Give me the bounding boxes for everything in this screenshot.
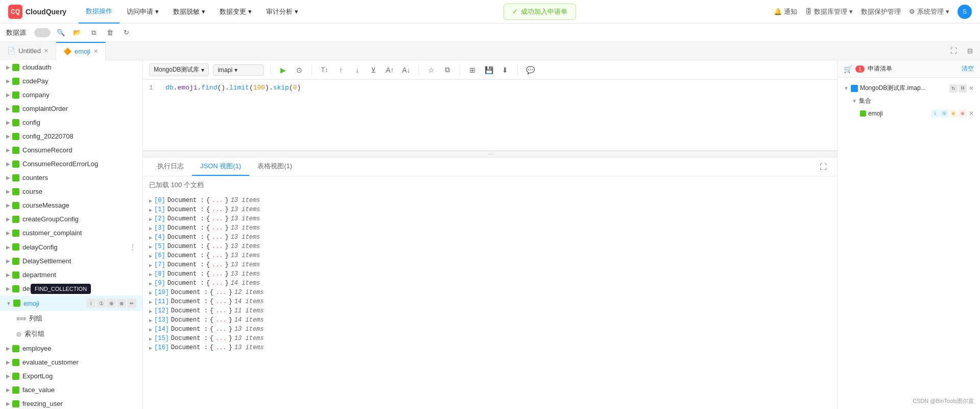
sidebar-item-delaysettlement[interactable]: ▶ DelaySettlement [0,254,142,268]
stop-icon[interactable]: ⊙ [293,64,305,76]
close-emoji-icon[interactable]: ✕ [969,110,974,117]
sidebar-item-department[interactable]: ▶ department [0,268,142,282]
datasource-toggle[interactable] [34,28,51,37]
action-more[interactable]: ✏ [127,299,136,308]
action-copy-right[interactable]: ⧉ [959,84,967,93]
sidebar-item-cloudauth[interactable]: ▶ cloudauth [0,60,142,74]
action-1-right[interactable]: ① [940,109,948,118]
result-expand-arrow[interactable]: ▶ [149,244,152,250]
sort-asc-icon[interactable]: ↑ [334,64,347,76]
search-icon-btn[interactable]: 🔍 [55,27,67,39]
download-icon[interactable]: ⬇ [499,64,511,76]
result-expand-arrow[interactable]: ▶ [149,262,152,268]
editor-area[interactable]: 1 db.emoji.find().limit(100).skip(0) [143,80,837,151]
sidebar-item-coursemessage[interactable]: ▶ courseMessage [0,198,142,212]
results-content[interactable]: ▶ [0] Document : { ... } 13 items ▶ [1] … [143,194,837,409]
sidebar-item-course[interactable]: ▶ course [0,185,142,198]
nav-item-desensitize[interactable]: 数据脱敏 ▾ [166,0,212,24]
nav-data-protect[interactable]: 数据保护管理 [861,7,901,16]
tab-emoji[interactable]: 🔶 emoji ✕ [56,42,106,60]
tab-exec-log[interactable]: 执行日志 [149,157,192,176]
result-row[interactable]: ▶ [13] Document : { ... } 14 items [149,315,831,325]
resize-handle[interactable]: ⋯ [143,151,837,157]
collection-selector[interactable]: imapi ▾ [213,64,264,76]
result-row[interactable]: ▶ [9] Document : { ... } 14 items [149,279,831,288]
add-icon-btn[interactable]: 📂 [71,27,83,39]
sidebar-item-evaluate[interactable]: ▶ evaluate_customer [0,355,142,369]
result-expand-arrow[interactable]: ▶ [149,235,152,241]
sidebar-item-consumerecorderrorlog[interactable]: ▶ ConsumeRecordErrorLog [0,157,142,171]
sidebar-item-config2022[interactable]: ▶ config_20220708 [0,129,142,143]
result-expand-arrow[interactable]: ▶ [149,207,152,213]
star-icon[interactable]: ☆ [425,64,437,76]
run-icon[interactable]: ▶ [277,64,289,76]
result-row[interactable]: ▶ [7] Document : { ... } 13 items [149,260,831,269]
action-plus-right[interactable]: ⊕ [949,109,958,118]
sidebar-item-index-group[interactable]: ◎ 索引组 [0,326,142,342]
sidebar-item-exportlog[interactable]: ▶ ExportLog [0,369,142,383]
result-expand-arrow[interactable]: ▶ [149,299,152,305]
sidebar-item-customer-complaint[interactable]: ▶ customer_complaint [0,226,142,240]
result-expand-arrow[interactable]: ▶ [149,290,152,296]
sidebar-item-employee[interactable]: ▶ employee [0,342,142,355]
table-icon[interactable]: ⊞ [466,64,479,76]
result-expand-arrow[interactable]: ▶ [149,271,152,278]
sidebar-item-describeverify[interactable]: ▶ describeVerify... FIND_COLLECTION [0,282,142,296]
copy-code-icon[interactable]: ⧉ [441,64,453,76]
sidebar-item-emoji[interactable]: ▼ emoji i ① ⊕ ⊗ ✏ [0,296,142,311]
sidebar-item-counters[interactable]: ▶ counters [0,171,142,185]
result-row[interactable]: ▶ [11] Document : { ... } 14 items [149,297,831,306]
sidebar-item-codepay[interactable]: ▶ codePay [0,74,142,88]
result-expand-arrow[interactable]: ▶ [149,225,152,232]
save-icon[interactable]: 💾 [483,64,495,76]
result-row[interactable]: ▶ [3] Document : { ... } 13 items [149,223,831,233]
sidebar-item-list-group[interactable]: ≡≡≡ 列组 [0,311,142,326]
result-row[interactable]: ▶ [16] Document : { ... } 13 items [149,343,831,352]
sort-desc-icon[interactable]: ↓ [351,64,363,76]
right-tree-collection-group[interactable]: ▼ 集合 [838,95,980,107]
result-expand-arrow[interactable]: ▶ [149,317,152,324]
tab-table-view[interactable]: 表格视图(1) [249,157,300,176]
tab-untitled[interactable]: 📄 Untitled ✕ [0,42,56,60]
right-tree-emoji[interactable]: emoji i ① ⊕ ⊗ ✕ [838,107,980,120]
sidebar-item-config[interactable]: ▶ config [0,116,142,129]
result-expand-arrow[interactable]: ▶ [149,281,152,287]
more-icon[interactable]: ⋮ [129,243,136,251]
action-find[interactable]: ① [97,299,106,308]
sidebar-item-company[interactable]: ▶ company [0,88,142,102]
action-info-right[interactable]: i [931,109,939,118]
result-row[interactable]: ▶ [1] Document : { ... } 13 items [149,205,831,214]
result-row[interactable]: ▶ [8] Document : { ... } 13 items [149,269,831,279]
delete-icon-btn[interactable]: 🗑 [104,27,116,39]
tab-untitled-close[interactable]: ✕ [44,48,49,54]
result-expand-arrow[interactable]: ▶ [149,253,152,259]
layout-icon[interactable]: ⊟ [964,45,976,57]
result-expand-arrow[interactable]: ▶ [149,308,152,314]
action-x-right[interactable]: ⊗ [959,109,967,118]
comment-icon[interactable]: 💬 [524,64,536,76]
action-delete[interactable]: ⊗ [117,299,126,308]
format-icon[interactable]: T↕ [318,64,330,76]
action-info[interactable]: i [86,299,95,308]
result-row[interactable]: ▶ [2] Document : { ... } 13 items [149,214,831,223]
tab-json-view[interactable]: JSON 视图(1) [192,157,249,176]
sidebar-item-creategroupconfig[interactable]: ▶ createGroupConfig [0,212,142,226]
expand-editor-icon[interactable]: ⛶ [947,45,960,57]
result-expand-arrow[interactable]: ▶ [149,345,152,351]
result-row[interactable]: ▶ [4] Document : { ... } 13 items [149,233,831,242]
copy-icon-btn[interactable]: ⧉ [87,27,100,39]
expand-results-icon[interactable]: ⛶ [816,161,831,173]
sidebar-item-facevalue[interactable]: ▶ face_value [0,383,142,397]
nav-item-data-change[interactable]: 数据变更 ▾ [212,0,259,24]
sidebar-item-delayconfig[interactable]: ▶ delayConfig ⋮ [0,240,142,254]
result-expand-arrow[interactable]: ▶ [149,216,152,222]
close-root-icon[interactable]: ✕ [969,85,974,92]
right-tree-root[interactable]: ▼ MongoDB测试库.imap... ↻ ⧉ ✕ [838,82,980,95]
result-row[interactable]: ▶ [0] Document : { ... } 13 items [149,196,831,205]
result-row[interactable]: ▶ [10] Document : { ... } 12 items [149,288,831,297]
nav-db-mgmt[interactable]: 🗄 数据库管理 ▾ [805,7,853,16]
nav-item-data-op[interactable]: 数据操作 [79,0,119,24]
result-row[interactable]: ▶ [5] Document : { ... } 13 items [149,242,831,251]
font-size-down-icon[interactable]: A↓ [400,64,412,76]
tab-emoji-close[interactable]: ✕ [93,48,98,55]
